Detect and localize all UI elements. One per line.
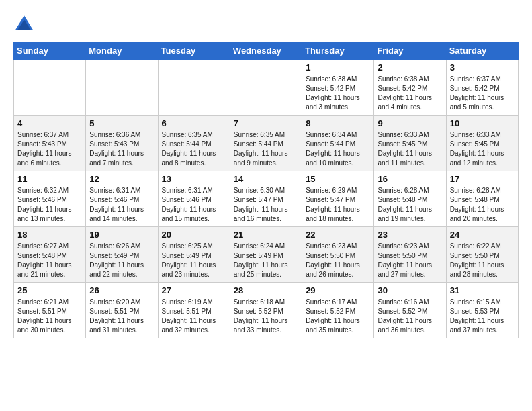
day-info: Sunrise: 6:23 AM Sunset: 5:50 PM Dayligh…: [378, 242, 442, 279]
day-info: Sunrise: 6:27 AM Sunset: 5:48 PM Dayligh…: [17, 242, 82, 279]
day-info: Sunrise: 6:22 AM Sunset: 5:50 PM Dayligh…: [450, 242, 515, 279]
day-number: 28: [234, 285, 298, 295]
calendar-cell: 27Sunrise: 6:19 AM Sunset: 5:51 PM Dayli…: [158, 283, 230, 338]
day-info: Sunrise: 6:28 AM Sunset: 5:48 PM Dayligh…: [378, 186, 442, 224]
day-info: Sunrise: 6:18 AM Sunset: 5:52 PM Dayligh…: [234, 298, 298, 335]
calendar-cell: 2Sunrise: 6:38 AM Sunset: 5:42 PM Daylig…: [374, 60, 446, 116]
day-number: 25: [17, 285, 82, 295]
column-header-tuesday: Tuesday: [158, 42, 230, 60]
calendar-cell: 20Sunrise: 6:25 AM Sunset: 5:49 PM Dayli…: [158, 227, 230, 283]
calendar-cell: 16Sunrise: 6:28 AM Sunset: 5:48 PM Dayli…: [374, 171, 446, 227]
day-info: Sunrise: 6:23 AM Sunset: 5:50 PM Dayligh…: [306, 242, 370, 279]
calendar-cell: 1Sunrise: 6:38 AM Sunset: 5:42 PM Daylig…: [302, 60, 374, 116]
calendar-cell: 12Sunrise: 6:31 AM Sunset: 5:46 PM Dayli…: [86, 171, 158, 227]
day-number: 10: [450, 118, 515, 128]
day-info: Sunrise: 6:32 AM Sunset: 5:46 PM Dayligh…: [17, 186, 82, 224]
calendar-cell: 26Sunrise: 6:20 AM Sunset: 5:51 PM Dayli…: [86, 283, 158, 338]
day-number: 16: [378, 174, 442, 184]
day-info: Sunrise: 6:35 AM Sunset: 5:44 PM Dayligh…: [234, 130, 298, 168]
calendar-cell: 19Sunrise: 6:26 AM Sunset: 5:49 PM Dayli…: [86, 227, 158, 283]
calendar-cell: 28Sunrise: 6:18 AM Sunset: 5:52 PM Dayli…: [230, 283, 302, 338]
day-number: 22: [306, 230, 370, 240]
calendar-week-row: 18Sunrise: 6:27 AM Sunset: 5:48 PM Dayli…: [14, 227, 519, 283]
day-number: 9: [378, 118, 442, 128]
day-number: 7: [234, 118, 298, 128]
column-header-friday: Friday: [374, 42, 446, 60]
day-number: 20: [162, 230, 226, 240]
calendar-cell: 10Sunrise: 6:33 AM Sunset: 5:45 PM Dayli…: [446, 116, 518, 171]
calendar-week-row: 25Sunrise: 6:21 AM Sunset: 5:51 PM Dayli…: [14, 283, 519, 338]
calendar-cell: 23Sunrise: 6:23 AM Sunset: 5:50 PM Dayli…: [374, 227, 446, 283]
day-info: Sunrise: 6:20 AM Sunset: 5:51 PM Dayligh…: [89, 298, 154, 335]
day-info: Sunrise: 6:33 AM Sunset: 5:45 PM Dayligh…: [450, 130, 515, 168]
calendar-cell: 7Sunrise: 6:35 AM Sunset: 5:44 PM Daylig…: [230, 116, 302, 171]
day-info: Sunrise: 6:15 AM Sunset: 5:53 PM Dayligh…: [450, 298, 515, 335]
day-number: 31: [450, 285, 515, 295]
day-info: Sunrise: 6:33 AM Sunset: 5:45 PM Dayligh…: [378, 130, 442, 168]
day-info: Sunrise: 6:19 AM Sunset: 5:51 PM Dayligh…: [162, 298, 226, 335]
day-number: 19: [89, 230, 154, 240]
day-number: 2: [378, 62, 442, 73]
page-header: [13, 13, 519, 35]
day-info: Sunrise: 6:17 AM Sunset: 5:52 PM Dayligh…: [306, 298, 370, 335]
calendar-cell: 6Sunrise: 6:35 AM Sunset: 5:44 PM Daylig…: [158, 116, 230, 171]
day-number: 11: [17, 174, 82, 184]
calendar-cell: 3Sunrise: 6:37 AM Sunset: 5:42 PM Daylig…: [446, 60, 518, 116]
day-number: 18: [17, 230, 82, 240]
calendar-cell: 4Sunrise: 6:37 AM Sunset: 5:43 PM Daylig…: [14, 116, 86, 171]
day-info: Sunrise: 6:34 AM Sunset: 5:44 PM Dayligh…: [306, 130, 370, 168]
column-header-monday: Monday: [86, 42, 158, 60]
day-number: 15: [306, 174, 370, 184]
calendar-cell: 31Sunrise: 6:15 AM Sunset: 5:53 PM Dayli…: [446, 283, 518, 338]
day-number: 26: [89, 285, 154, 295]
day-number: 29: [306, 285, 370, 295]
day-info: Sunrise: 6:24 AM Sunset: 5:49 PM Dayligh…: [234, 242, 298, 279]
calendar-cell: 24Sunrise: 6:22 AM Sunset: 5:50 PM Dayli…: [446, 227, 518, 283]
day-info: Sunrise: 6:30 AM Sunset: 5:47 PM Dayligh…: [234, 186, 298, 224]
calendar-header-row: SundayMondayTuesdayWednesdayThursdayFrid…: [14, 42, 519, 60]
day-info: Sunrise: 6:35 AM Sunset: 5:44 PM Dayligh…: [162, 130, 226, 168]
day-number: 5: [89, 118, 154, 128]
day-number: 24: [450, 230, 515, 240]
calendar-cell: 30Sunrise: 6:16 AM Sunset: 5:52 PM Dayli…: [374, 283, 446, 338]
day-info: Sunrise: 6:38 AM Sunset: 5:42 PM Dayligh…: [306, 75, 370, 112]
calendar-cell: 9Sunrise: 6:33 AM Sunset: 5:45 PM Daylig…: [374, 116, 446, 171]
calendar-cell: 29Sunrise: 6:17 AM Sunset: 5:52 PM Dayli…: [302, 283, 374, 338]
day-info: Sunrise: 6:37 AM Sunset: 5:42 PM Dayligh…: [450, 75, 515, 112]
day-number: 3: [450, 62, 515, 73]
logo: [13, 13, 38, 35]
day-info: Sunrise: 6:36 AM Sunset: 5:43 PM Dayligh…: [89, 130, 154, 168]
day-number: 21: [234, 230, 298, 240]
day-info: Sunrise: 6:31 AM Sunset: 5:46 PM Dayligh…: [89, 186, 154, 224]
calendar-week-row: 4Sunrise: 6:37 AM Sunset: 5:43 PM Daylig…: [14, 116, 519, 171]
day-number: 23: [378, 230, 442, 240]
calendar-week-row: 11Sunrise: 6:32 AM Sunset: 5:46 PM Dayli…: [14, 171, 519, 227]
day-info: Sunrise: 6:29 AM Sunset: 5:47 PM Dayligh…: [306, 186, 370, 224]
calendar-cell: 22Sunrise: 6:23 AM Sunset: 5:50 PM Dayli…: [302, 227, 374, 283]
day-number: 14: [234, 174, 298, 184]
calendar-cell: [230, 60, 302, 116]
day-info: Sunrise: 6:25 AM Sunset: 5:49 PM Dayligh…: [162, 242, 226, 279]
day-number: 13: [162, 174, 226, 184]
day-number: 4: [17, 118, 82, 128]
calendar-cell: 14Sunrise: 6:30 AM Sunset: 5:47 PM Dayli…: [230, 171, 302, 227]
calendar-cell: 11Sunrise: 6:32 AM Sunset: 5:46 PM Dayli…: [14, 171, 86, 227]
column-header-sunday: Sunday: [14, 42, 86, 60]
day-number: 30: [378, 285, 442, 295]
calendar-week-row: 1Sunrise: 6:38 AM Sunset: 5:42 PM Daylig…: [14, 60, 519, 116]
day-number: 1: [306, 62, 370, 73]
calendar-cell: 15Sunrise: 6:29 AM Sunset: 5:47 PM Dayli…: [302, 171, 374, 227]
day-number: 27: [162, 285, 226, 295]
calendar-cell: 25Sunrise: 6:21 AM Sunset: 5:51 PM Dayli…: [14, 283, 86, 338]
calendar-cell: 5Sunrise: 6:36 AM Sunset: 5:43 PM Daylig…: [86, 116, 158, 171]
column-header-thursday: Thursday: [302, 42, 374, 60]
day-info: Sunrise: 6:26 AM Sunset: 5:49 PM Dayligh…: [89, 242, 154, 279]
calendar-cell: [86, 60, 158, 116]
day-number: 6: [162, 118, 226, 128]
day-info: Sunrise: 6:37 AM Sunset: 5:43 PM Dayligh…: [17, 130, 82, 168]
calendar-cell: [158, 60, 230, 116]
calendar-table: SundayMondayTuesdayWednesdayThursdayFrid…: [13, 42, 519, 338]
day-number: 8: [306, 118, 370, 128]
calendar-cell: 18Sunrise: 6:27 AM Sunset: 5:48 PM Dayli…: [14, 227, 86, 283]
calendar-cell: 13Sunrise: 6:31 AM Sunset: 5:46 PM Dayli…: [158, 171, 230, 227]
